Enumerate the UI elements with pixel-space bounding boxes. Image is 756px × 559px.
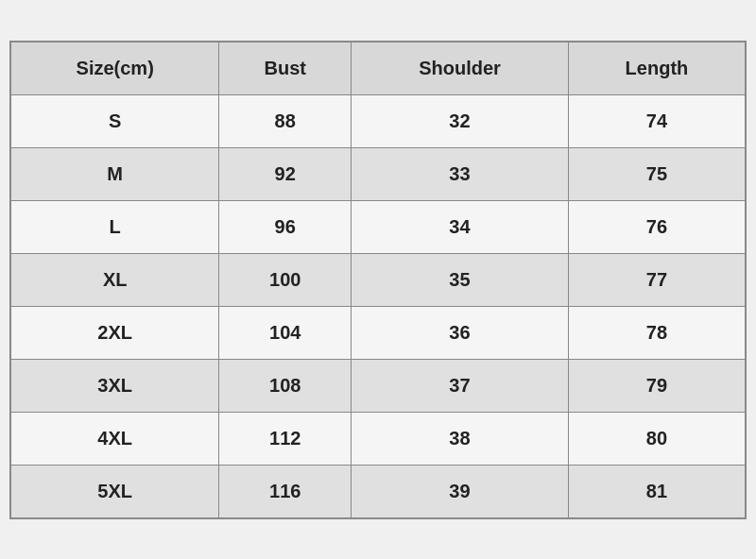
cell-length: 80 [568,412,745,465]
header-length: Length [568,42,745,94]
cell-length: 77 [568,253,745,306]
cell-bust: 108 [219,359,352,412]
cell-shoulder: 38 [352,412,569,465]
table-row: 2XL1043678 [11,306,746,359]
cell-bust: 104 [219,306,352,359]
cell-size: 5XL [11,465,219,517]
header-shoulder: Shoulder [352,42,569,94]
cell-shoulder: 34 [352,200,569,253]
cell-size: XL [11,253,219,306]
cell-bust: 92 [219,147,352,200]
cell-bust: 116 [219,465,352,517]
table-row: 5XL1163981 [11,465,746,517]
cell-size: L [11,200,219,253]
cell-size: M [11,147,219,200]
cell-shoulder: 35 [352,253,569,306]
cell-bust: 96 [219,200,352,253]
table-row: 4XL1123880 [11,412,746,465]
cell-bust: 100 [219,253,352,306]
cell-shoulder: 37 [352,359,569,412]
cell-shoulder: 32 [352,94,569,147]
cell-length: 81 [568,465,745,517]
header-bust: Bust [219,42,352,94]
cell-size: 2XL [11,306,219,359]
cell-length: 75 [568,147,745,200]
header-size: Size(cm) [11,42,219,94]
size-chart-container: Size(cm) Bust Shoulder Length S883274M92… [9,41,747,519]
cell-shoulder: 36 [352,306,569,359]
table-header-row: Size(cm) Bust Shoulder Length [11,42,746,94]
table-row: M923375 [11,147,746,200]
cell-length: 74 [568,94,745,147]
table-row: 3XL1083779 [11,359,746,412]
cell-size: 4XL [11,412,219,465]
cell-size: S [11,94,219,147]
cell-length: 79 [568,359,745,412]
table-row: L963476 [11,200,746,253]
cell-length: 76 [568,200,745,253]
table-row: XL1003577 [11,253,746,306]
cell-bust: 112 [219,412,352,465]
cell-shoulder: 39 [352,465,569,517]
size-chart-table: Size(cm) Bust Shoulder Length S883274M92… [10,42,746,518]
table-row: S883274 [11,94,746,147]
cell-shoulder: 33 [352,147,569,200]
table-body: S883274M923375L963476XL10035772XL1043678… [11,94,746,517]
cell-length: 78 [568,306,745,359]
cell-size: 3XL [11,359,219,412]
cell-bust: 88 [219,94,352,147]
